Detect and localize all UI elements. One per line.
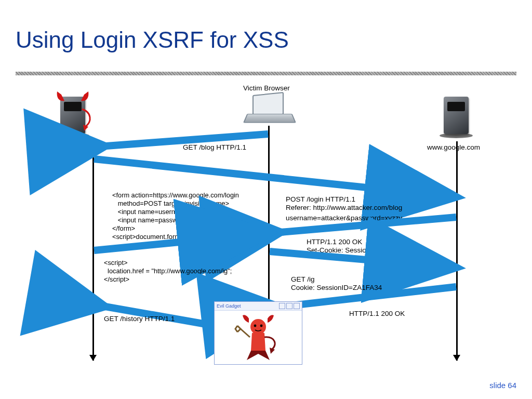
server-attacker-icon bbox=[56, 94, 89, 138]
label-get-history: GET /history HTTP/1.1 bbox=[104, 315, 175, 323]
devil-icon bbox=[234, 313, 282, 361]
label-resp-cookie-1: HTTP/1.1 200 OK bbox=[307, 238, 362, 246]
devil-tail-icon bbox=[81, 108, 95, 133]
window-max-icon bbox=[286, 303, 292, 309]
server-google-icon bbox=[440, 94, 473, 138]
lifeline-attacker bbox=[92, 141, 94, 361]
svg-point-8 bbox=[254, 325, 257, 327]
code-form: <form action=https://www.google.com/logi… bbox=[112, 191, 242, 241]
evil-gadget-window: Evil Gadget bbox=[214, 301, 302, 365]
divider bbox=[16, 72, 516, 75]
code-redirect: <script> location.href = "http://www.goo… bbox=[104, 259, 232, 284]
label-post-login-3: username=attacker&password=xyzzy bbox=[286, 214, 402, 222]
svg-line-10 bbox=[241, 329, 250, 337]
label-post-login-2: Referer: http://www.attacker.com/blog bbox=[286, 204, 402, 211]
diagram-canvas: Victim Browser www.attacker.com www.goog… bbox=[0, 78, 532, 369]
label-get-ig-2: Cookie: SessionID=ZA1FA34 bbox=[291, 284, 382, 291]
devil-horns-icon bbox=[54, 90, 91, 106]
gadget-title: Evil Gadget bbox=[217, 303, 241, 309]
label-get-blog: GET /blog HTTP/1.1 bbox=[183, 143, 246, 151]
label-attacker: www.attacker.com bbox=[47, 143, 103, 151]
slide-title: Using Login XSRF for XSS bbox=[16, 27, 289, 53]
label-google: www.google.com bbox=[427, 143, 480, 151]
lifeline-google bbox=[456, 141, 458, 361]
window-min-icon bbox=[279, 303, 285, 309]
label-post-login-1: POST /login HTTP/1.1 bbox=[286, 195, 355, 203]
label-resp-ok: HTTP/1.1 200 OK bbox=[349, 310, 405, 317]
svg-point-9 bbox=[260, 325, 263, 327]
laptop-icon bbox=[245, 94, 293, 125]
slide-number: slide 64 bbox=[489, 381, 516, 390]
label-resp-cookie-2: Set-Cookie: SessionID=ZA1FA34 bbox=[307, 246, 410, 254]
slide: Using Login XSRF for XSS Victim Browser … bbox=[0, 0, 532, 399]
label-victim-browser: Victim Browser bbox=[243, 84, 290, 92]
window-close-icon bbox=[294, 303, 300, 309]
label-get-ig-1: GET /ig bbox=[291, 275, 315, 283]
